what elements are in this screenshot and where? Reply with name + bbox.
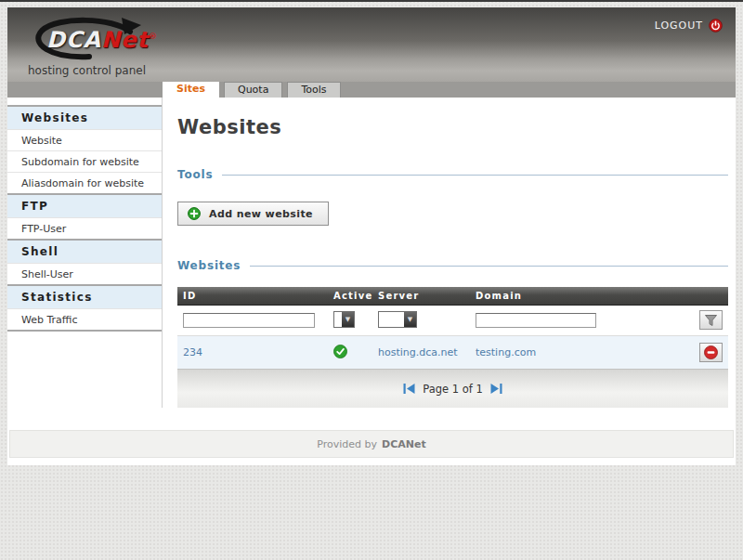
add-button-label: Add new website <box>209 208 313 220</box>
table-row[interactable]: 234 hosting.dca.net testing.com <box>177 336 728 370</box>
logo-text-dca: DCA <box>46 27 101 53</box>
server-filter-select[interactable]: ▼ <box>378 311 417 328</box>
plus-circle-icon <box>188 207 201 220</box>
sidebar-item-ftp-user[interactable]: FTP-User <box>7 217 162 239</box>
column-header-server: Server <box>372 287 470 306</box>
row-domain-link[interactable]: testing.com <box>476 346 536 358</box>
column-header-id: ID <box>177 287 328 306</box>
logout-button[interactable]: LOGOUT <box>655 19 723 33</box>
id-filter-input[interactable] <box>183 313 315 328</box>
chevron-down-icon: ▼ <box>342 312 354 327</box>
tab-quota[interactable]: Quota <box>224 82 282 98</box>
column-header-active: Active <box>328 287 372 306</box>
sidebar-section-websites: Websites Website Subdomain for website A… <box>7 105 162 193</box>
footer-brand: DCANet <box>382 438 426 450</box>
filter-row: ▼ ▼ <box>177 306 728 336</box>
delete-row-button[interactable] <box>699 343 723 362</box>
sidebar-header-statistics: Statistics <box>7 286 162 308</box>
last-page-arrow-icon <box>489 383 503 395</box>
header-tagline: hosting control panel <box>28 64 146 77</box>
domain-filter-input[interactable] <box>476 313 596 328</box>
active-filter-select[interactable]: ▼ <box>333 311 355 328</box>
content-area: Websites Website Subdomain for website A… <box>7 98 736 408</box>
tools-section-title: Tools <box>177 168 213 181</box>
chevron-down-icon: ▼ <box>404 312 416 327</box>
funnel-icon <box>704 314 718 327</box>
sidebar-section-shell: Shell Shell-User <box>7 239 162 284</box>
sidebar-item-web-traffic[interactable]: Web Traffic <box>7 308 162 330</box>
pagination-bar: Page 1 of 1 <box>177 369 728 408</box>
first-page-arrow-icon <box>402 383 416 395</box>
sidebar-nav: Websites Website Subdomain for website A… <box>7 105 162 332</box>
minus-circle-icon <box>704 345 718 359</box>
websites-table: ID Active Server Domain ▼ <box>177 287 728 408</box>
logout-label: LOGOUT <box>655 20 703 32</box>
pagination-label: Page 1 of 1 <box>423 383 483 396</box>
check-circle-icon <box>333 345 347 358</box>
sidebar-header-shell: Shell <box>7 241 162 263</box>
sidebar-item-shell-user[interactable]: Shell-User <box>7 263 162 284</box>
logo-registered-mark: ® <box>149 32 158 41</box>
first-page-button[interactable] <box>402 383 416 395</box>
logo: DCANet® <box>26 15 165 67</box>
logo-text: DCANet® <box>46 27 158 53</box>
sidebar-section-ftp: FTP FTP-User <box>7 193 162 239</box>
footer: Provided by DCANet <box>9 430 734 458</box>
add-new-website-button[interactable]: Add new website <box>177 202 329 226</box>
tools-section-header: Tools <box>177 168 728 181</box>
filter-button[interactable] <box>699 310 723 330</box>
column-header-domain: Domain <box>470 287 685 306</box>
sidebar-item-website[interactable]: Website <box>7 129 162 150</box>
main-content: Websites Tools Add new website Websites <box>163 98 736 408</box>
sidebar-header-websites: Websites <box>7 107 162 129</box>
sidebar-section-statistics: Statistics Web Traffic <box>7 284 162 330</box>
page-top-border <box>0 0 743 2</box>
power-icon <box>709 19 723 33</box>
sidebar-item-aliasdomain[interactable]: Aliasdomain for website <box>7 172 162 193</box>
tab-tools[interactable]: Tools <box>287 82 340 98</box>
sidebar: Websites Website Subdomain for website A… <box>7 98 163 408</box>
section-divider-line <box>222 175 728 176</box>
column-header-actions <box>685 287 728 306</box>
footer-provided-by: Provided by <box>317 438 377 450</box>
section-divider-line <box>250 266 728 267</box>
app-window: DCANet® LOGOUT hosting control panel Sit… <box>7 7 736 465</box>
row-id-link[interactable]: 234 <box>183 346 202 358</box>
page: { "header": { "logout": "LOGOUT", "logo"… <box>0 0 743 560</box>
header: DCANet® LOGOUT hosting control panel <box>7 7 736 82</box>
logo-text-net: Net <box>101 27 149 53</box>
page-title: Websites <box>177 116 728 138</box>
tab-bar: Sites Quota Tools <box>7 82 736 98</box>
last-page-button[interactable] <box>489 383 503 395</box>
tab-sites[interactable]: Sites <box>163 80 219 98</box>
sidebar-item-subdomain[interactable]: Subdomain for website <box>7 150 162 172</box>
sidebar-header-ftp: FTP <box>7 195 162 217</box>
websites-section-header: Websites <box>177 259 728 272</box>
websites-section-title: Websites <box>177 259 241 272</box>
row-server-link[interactable]: hosting.dca.net <box>378 346 458 358</box>
table-header-row: ID Active Server Domain <box>177 287 728 306</box>
